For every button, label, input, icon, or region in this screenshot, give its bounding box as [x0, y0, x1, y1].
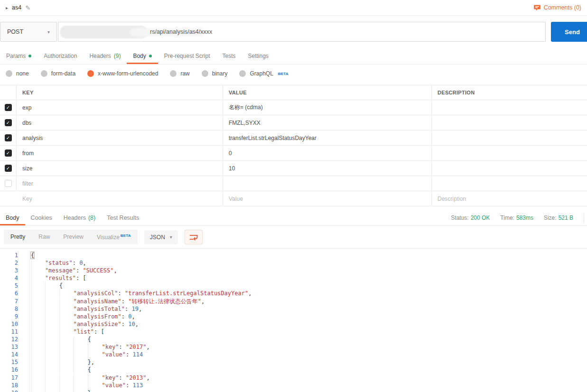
view-preview[interactable]: Preview: [56, 230, 90, 244]
code-token-str: "SUCCESS": [83, 267, 113, 274]
param-description-cell[interactable]: [432, 115, 587, 130]
indent-guide: [59, 336, 74, 343]
param-description-cell[interactable]: [432, 161, 587, 176]
tab-body[interactable]: Body: [127, 47, 158, 64]
param-key-cell[interactable]: exp: [17, 100, 223, 115]
param-value-cell[interactable]: FMZL,SYXX: [223, 115, 432, 130]
code-token-pun: :: [125, 306, 131, 312]
row-checkbox[interactable]: ✓: [5, 149, 12, 157]
body-type-binary[interactable]: binary: [202, 70, 228, 77]
indent-guide: [45, 336, 59, 343]
headers-count: (9): [114, 53, 121, 59]
body-type-none[interactable]: none: [6, 70, 29, 77]
line-number: 12: [0, 336, 18, 343]
indent-guide: [45, 328, 59, 336]
indent-guide: [45, 289, 59, 297]
code-token-brk: {: [31, 252, 34, 259]
code-line: 9"analysisFrom": 0,: [0, 313, 587, 320]
view-raw[interactable]: Raw: [32, 230, 56, 244]
line-number: 1: [0, 252, 18, 259]
response-tab-headers[interactable]: Headers (8): [58, 210, 102, 225]
param-value-cell[interactable]: 0: [223, 146, 432, 160]
response-tab-test-results[interactable]: Test Results: [101, 210, 145, 225]
indent-guide: [31, 382, 45, 389]
request-tabs: Params Authorization Headers (9) Body Pr…: [0, 47, 587, 65]
param-description-cell[interactable]: [432, 131, 587, 145]
param-key-cell[interactable]: size: [17, 161, 223, 176]
param-description-cell[interactable]: [432, 100, 587, 115]
chevron-down-icon: ▾: [47, 29, 50, 35]
comments-button[interactable]: Comments (0): [533, 4, 581, 11]
format-select[interactable]: JSON ▾: [144, 230, 178, 244]
line-number: 4: [0, 274, 18, 282]
wrap-text-button[interactable]: [185, 230, 203, 244]
body-type-raw[interactable]: raw: [170, 70, 189, 77]
code-line-content: "analysisName": "转移转让.法律状态公告年",: [29, 298, 587, 305]
code-token-pun: ,: [201, 298, 205, 305]
key-column-header: KEY: [17, 85, 223, 100]
body-type-x-www-form-urlencoded[interactable]: x-www-form-urlencoded: [87, 70, 158, 77]
size-label: Size:: [544, 215, 557, 221]
tab-settings[interactable]: Settings: [242, 47, 275, 64]
param-value-cell[interactable]: 10: [223, 161, 432, 176]
green-dot-icon: [28, 55, 31, 57]
row-checkbox[interactable]: ✓: [5, 104, 12, 111]
view-pretty[interactable]: Pretty: [4, 230, 32, 244]
row-checkbox[interactable]: ✓: [5, 134, 12, 141]
tab-pre-request-script[interactable]: Pre-request Script: [158, 47, 216, 64]
code-lines: 1{2"status": 0,3"message": "SUCCESS",4"r…: [0, 252, 587, 392]
tab-headers[interactable]: Headers (9): [83, 47, 127, 64]
code-line: 13"key": "2017",: [0, 343, 587, 351]
code-token-pun: :: [121, 321, 128, 327]
code-token-key: "key": [102, 344, 119, 350]
code-line-content: "key": "2017",: [29, 343, 587, 351]
description-placeholder[interactable]: Description: [432, 191, 587, 206]
table-row: ✓ from 0: [0, 145, 587, 160]
response-tab-body[interactable]: Body: [0, 210, 25, 225]
param-description-cell[interactable]: [432, 146, 587, 160]
view-label: Pretty: [10, 233, 25, 240]
edit-pencil-icon[interactable]: ✎: [25, 4, 30, 11]
code-line-content: {: [29, 282, 587, 289]
value-placeholder[interactable]: Value: [223, 191, 432, 206]
param-value-cell[interactable]: transferList.strLegalStatusDayYear: [223, 131, 432, 145]
method-select[interactable]: POST ▾: [0, 22, 57, 42]
tab-authorization[interactable]: Authorization: [37, 47, 83, 64]
indent-guide: [74, 366, 88, 373]
status-label: Status:: [451, 215, 468, 221]
code-token-key: "analysisSize": [74, 321, 121, 327]
check-icon: ✓: [6, 136, 10, 140]
param-description-cell[interactable]: [432, 176, 587, 191]
view-visualize[interactable]: VisualizeBETA: [90, 230, 138, 244]
code-token-pun: : [: [76, 275, 86, 281]
line-number: 14: [0, 351, 18, 358]
param-key-cell[interactable]: from: [17, 146, 223, 160]
body-type-form-data[interactable]: form-data: [41, 70, 75, 77]
code-line-content: "results": [: [29, 274, 587, 282]
row-checkbox[interactable]: ✓: [5, 165, 12, 172]
indent-guide: [74, 374, 88, 382]
indent-guide: [31, 274, 45, 282]
response-tab-cookies[interactable]: Cookies: [25, 210, 58, 225]
view-label: Raw: [38, 233, 50, 240]
code-token-key: "value": [102, 351, 126, 358]
param-key-cell[interactable]: filter: [17, 176, 223, 191]
url-input[interactable]: rs/api/analysis/as4/xxxx: [58, 22, 546, 42]
send-button[interactable]: Send: [551, 22, 587, 42]
param-key-cell[interactable]: analysis: [17, 131, 223, 145]
param-value-cell[interactable]: [223, 176, 432, 191]
table-row: ✓ dbs FMZL,SYXX: [0, 115, 587, 130]
key-placeholder[interactable]: Key: [17, 191, 223, 206]
code-line: 5{: [0, 282, 587, 289]
param-key-cell[interactable]: dbs: [17, 115, 223, 130]
code-token-key: "analysisTotal": [74, 306, 125, 312]
line-number: 6: [0, 289, 18, 297]
collapse-triangle-icon[interactable]: ▸: [6, 5, 8, 10]
param-value-cell[interactable]: 名称= (cdma): [223, 100, 432, 115]
size-value: 521 B: [559, 215, 573, 221]
row-checkbox[interactable]: ✓: [5, 119, 12, 126]
tab-tests[interactable]: Tests: [216, 47, 242, 64]
tab-params[interactable]: Params: [0, 47, 37, 64]
row-checkbox-unchecked[interactable]: [5, 180, 12, 187]
body-type-graphql[interactable]: GraphQL BETA: [239, 70, 288, 77]
